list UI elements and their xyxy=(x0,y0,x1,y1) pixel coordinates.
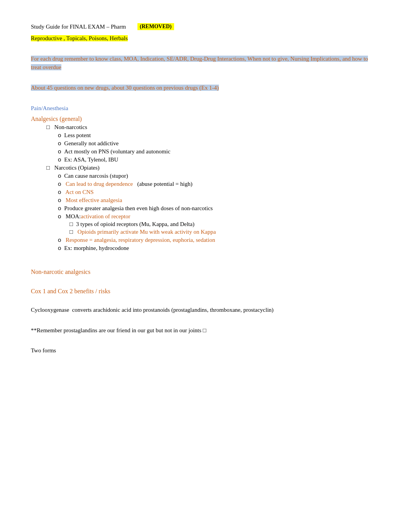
list-item: Opioids primarily activate Mu with weak … xyxy=(69,229,378,235)
list-item: Response = analgesia, respiratory depres… xyxy=(58,236,378,243)
list-item: Ex: morphine, hydrocodone xyxy=(58,245,378,252)
subtitle: Reproductive , Topicals, Poisons, Herbal… xyxy=(31,34,378,43)
cyclooxygenase-text: Cyclooxygenase converts arachidonic acid… xyxy=(31,307,274,313)
instruction1: For each drug remember to know class, MO… xyxy=(31,54,378,72)
section-cox: Cox 1 and Cox 2 benefits / risks xyxy=(31,288,378,295)
section-pain: Pain/Anesthesia xyxy=(31,105,378,112)
list-item: Act on CNS xyxy=(58,189,378,195)
instruction1-text: For each drug remember to know class, MO… xyxy=(31,56,368,71)
list-item: Can lead to drug dependence (abuse poten… xyxy=(58,180,378,187)
non-narcotics-list: Non-narcotics Less potent Generally not … xyxy=(46,124,378,163)
list-item: Ex: ASA, Tylenol, IBU xyxy=(58,156,378,163)
prostaglandins-note: **Remember prostaglandins are our friend… xyxy=(31,326,378,335)
two-forms-text: Two forms xyxy=(31,347,56,354)
list-item: 3 types of opioid receptors (Mu, Kappa, … xyxy=(69,221,378,228)
list-item: Less potent xyxy=(58,132,378,139)
narcotics-item: Narcotics (Opiates) Can cause narcosis (… xyxy=(46,165,378,252)
non-narcotics-item: Non-narcotics Less potent Generally not … xyxy=(46,124,378,163)
page-title: Study Guide for FINAL EXAM – Pharm xyxy=(31,24,126,30)
narcotics-list: Narcotics (Opiates) Can cause narcosis (… xyxy=(46,165,378,252)
prostaglandins-text: **Remember prostaglandins are our friend… xyxy=(31,327,206,333)
list-item: Produce greater analgesia then even high… xyxy=(58,205,378,212)
narcotics-sublist: Can cause narcosis (stupor) Can lead to … xyxy=(58,172,378,252)
list-item: MOA:activation of receptor 3 types of op… xyxy=(58,213,378,235)
subtitle-text: Reproductive , Topicals, Poisons, Herbal… xyxy=(31,35,128,41)
section-non-narcotic: Non-narcotic analgesics xyxy=(31,269,378,275)
header-line: Study Guide for FINAL EXAM – Pharm (REMO… xyxy=(31,23,378,30)
instruction2: About 45 questions on new drugs, about 3… xyxy=(31,83,378,92)
instruction2-text: About 45 questions on new drugs, about 3… xyxy=(31,85,219,91)
removed-badge: (REMOVED) xyxy=(137,23,174,30)
section-analgesics: Analgesics (general) xyxy=(31,116,378,122)
list-item: Can cause narcosis (stupor) xyxy=(58,172,378,179)
list-item: Most effective analgesia xyxy=(58,197,378,204)
list-item: Act mostly on PNS (voluntary and autonom… xyxy=(58,148,378,155)
list-item: Generally not addictive xyxy=(58,140,378,147)
two-forms: Two forms xyxy=(31,346,378,355)
page-content: Study Guide for FINAL EXAM – Pharm (REMO… xyxy=(31,23,378,355)
cyclooxygenase-para: Cyclooxygenase converts arachidonic acid… xyxy=(31,306,378,314)
moa-sublist: 3 types of opioid receptors (Mu, Kappa, … xyxy=(69,221,378,235)
non-narcotics-sublist: Less potent Generally not addictive Act … xyxy=(58,132,378,163)
